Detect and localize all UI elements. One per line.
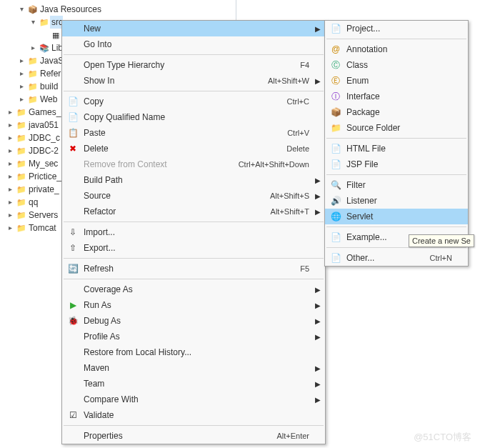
menu-item[interactable]: Profile As▶ [62,329,325,344]
menu-item-label: Open Type Hierarchy [81,60,286,70]
menu-item[interactable]: 📄JSP File [325,156,468,172]
new-submenu[interactable]: 📄Project...@AnnotationⒸClassⒺEnumⒾInterf… [324,20,469,267]
menu-item-label: Go Into [81,39,309,49]
menu-item[interactable]: ☑Validate [62,407,325,423]
submenu-arrow-icon: ▶ [315,364,321,372]
tree-twisty-icon[interactable]: ▸ [16,93,27,106]
tree-twisty-icon[interactable]: ▸ [4,144,16,157]
menu-item[interactable]: Compare With▶ [62,392,325,407]
menu-item[interactable]: ▶Run As▶ [62,297,325,313]
tree-twisty-icon[interactable]: ▸ [4,119,16,131]
tree-twisty-icon[interactable]: ▸ [4,131,16,144]
tree-twisty-icon[interactable]: ▸ [16,54,27,67]
menu-item[interactable]: 📋PasteCtrl+V [62,125,325,141]
menu-item-icon [65,172,81,188]
menu-item-icon: 📄 [328,141,344,156]
tree-node-icon: 📁 [16,158,27,169]
tree-twisty-icon[interactable]: ▸ [4,183,16,196]
menu-item[interactable]: New▶ [62,21,325,36]
tree-node-icon: 📁 [16,222,27,234]
menu-item-icon: 🔍 [328,177,344,193]
menu-item[interactable]: Show InAlt+Shift+W▶ [62,73,325,89]
menu-item[interactable]: ⇩Import... [62,224,325,240]
menu-item-icon: 📁 [328,120,344,136]
submenu-arrow-icon: ▶ [315,333,321,341]
menu-item[interactable]: 🔄RefreshF5 [62,261,325,277]
menu-item[interactable]: ⒾInterface [325,89,468,104]
menu-separator [326,138,466,139]
menu-item[interactable]: Restore from Local History... [62,344,325,360]
tree-twisty-icon[interactable]: ▸ [4,170,16,183]
menu-item[interactable]: 📄Other...Ctrl+N [325,250,468,266]
menu-accelerator: Delete [272,144,309,153]
menu-item-icon [65,57,81,73]
menu-item-icon [65,428,81,444]
submenu-arrow-icon: ▶ [315,192,321,200]
menu-item-label: Source Folder [344,123,452,133]
menu-item-icon: @ [328,41,344,57]
menu-item[interactable]: PropertiesAlt+Enter [62,428,325,444]
menu-item-label: Properties [81,431,262,441]
menu-item[interactable]: 🌐Servlet [325,209,468,224]
tree-twisty-icon[interactable]: ▸ [16,80,27,93]
menu-item[interactable]: ⒸClass [325,57,468,73]
menu-separator [64,258,324,259]
menu-item-label: Build Path [81,175,309,185]
menu-item[interactable]: 📁Source Folder [325,120,468,136]
menu-item[interactable]: ⇧Export... [62,240,325,256]
menu-item[interactable]: 📄HTML File [325,141,468,156]
menu-item[interactable]: 📄CopyCtrl+C [62,94,325,109]
tree-twisty-icon[interactable]: ▾ [27,16,39,29]
menu-item-label: Import... [81,227,309,237]
menu-item[interactable]: 🐞Debug As▶ [62,313,325,329]
submenu-arrow-icon: ▶ [315,77,321,85]
tree-twisty-icon[interactable]: ▸ [4,196,16,209]
tree-label: JDBC-2 [27,144,59,157]
tree-twisty-icon[interactable]: ▾ [16,3,27,16]
menu-item[interactable]: ✖DeleteDelete [62,141,325,156]
tree-twisty-icon[interactable]: ▸ [4,106,16,119]
tree-twisty-icon[interactable]: ▸ [4,157,16,170]
menu-item[interactable]: Maven▶ [62,360,325,376]
menu-item-icon [65,282,81,297]
tree-label: qq [27,196,38,209]
tree-item[interactable]: ▾📦Java Resources [4,3,480,16]
menu-item[interactable]: 📄Project... [325,21,468,36]
tree-node-icon: 📁 [16,145,27,156]
menu-item-label: Paste [81,128,273,138]
menu-item[interactable]: 📦Package [325,104,468,120]
tree-twisty-icon[interactable]: ▸ [4,221,16,234]
tree-twisty-icon[interactable]: ▸ [16,67,27,80]
menu-item-label: Filter [344,180,452,190]
tree-node-icon: ▦ [50,29,61,41]
menu-item[interactable]: Go Into [62,36,325,52]
menu-item-label: Run As [81,300,309,310]
tree-twisty-icon[interactable]: ▸ [27,41,39,54]
menu-item[interactable]: Team▶ [62,376,325,392]
tree-node-icon: 📁 [27,81,39,92]
menu-item-icon: 🐞 [65,313,81,329]
menu-item[interactable]: 🔍Filter [325,177,468,193]
menu-item[interactable]: Open Type HierarchyF4 [62,57,325,73]
menu-item[interactable]: SourceAlt+Shift+S▶ [62,188,325,204]
tooltip: Create a new Se [409,234,474,247]
menu-item-label: Team [81,379,309,389]
menu-item-label: Show In [81,76,254,86]
menu-item[interactable]: 📄Copy Qualified Name [62,109,325,125]
menu-item[interactable]: RefactorAlt+Shift+T▶ [62,204,325,219]
menu-item-label: Copy Qualified Name [81,112,309,122]
tree-label: My_sec [27,157,58,170]
tree-label: Tomcat [27,221,56,234]
menu-item-label: New [81,24,309,34]
menu-item[interactable]: Build Path▶ [62,172,325,188]
tree-twisty-icon[interactable]: ▸ [4,209,16,221]
menu-item-icon: Ⓒ [328,57,344,73]
menu-item-label: Validate [81,410,309,420]
tree-label: private_ [27,183,59,196]
menu-item-icon: 📄 [65,109,81,125]
menu-item[interactable]: ⒺEnum [325,73,468,89]
menu-item[interactable]: Coverage As▶ [62,282,325,297]
menu-item[interactable]: 🔊Listener [325,193,468,209]
context-menu[interactable]: New▶Go IntoOpen Type HierarchyF4Show InA… [61,20,326,444]
menu-item[interactable]: @Annotation [325,41,468,57]
